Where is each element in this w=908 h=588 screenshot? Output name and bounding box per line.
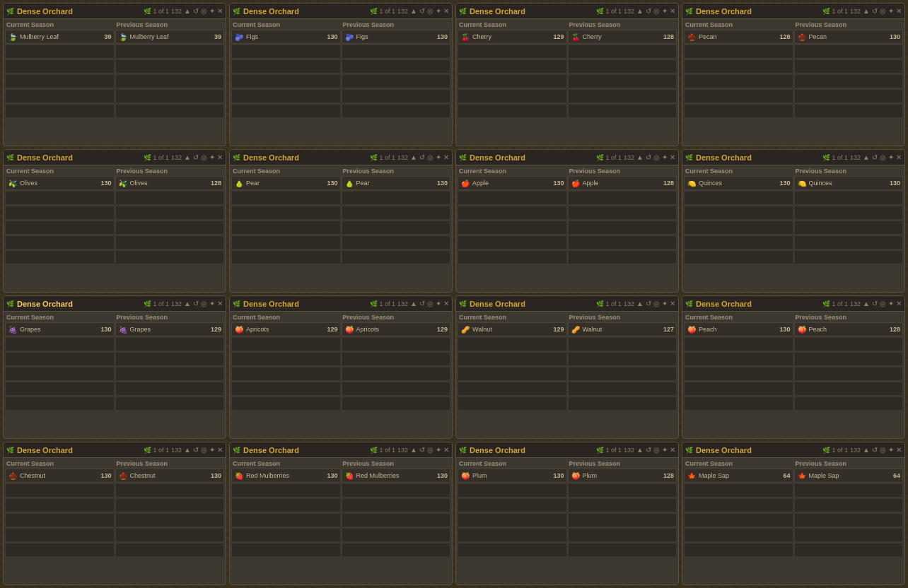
close-btn[interactable]: ✕: [670, 446, 675, 454]
empty-row: [684, 337, 793, 351]
current-item-name: Walnut: [472, 326, 551, 333]
refresh-btn[interactable]: ↺: [193, 7, 199, 15]
eye-btn[interactable]: ◎: [427, 7, 433, 15]
refresh-btn[interactable]: ↺: [419, 446, 425, 454]
close-btn[interactable]: ✕: [217, 7, 223, 15]
empty-row: [684, 513, 793, 527]
refresh-btn[interactable]: ↺: [193, 300, 199, 307]
refresh-btn[interactable]: ↺: [872, 446, 878, 454]
empty-row: [115, 220, 225, 235]
refresh-btn[interactable]: ↺: [646, 300, 651, 307]
stepper-up[interactable]: ▲: [410, 7, 417, 15]
close-btn[interactable]: ✕: [443, 300, 449, 307]
eye-btn[interactable]: ◎: [880, 446, 886, 454]
close-btn[interactable]: ✕: [217, 446, 223, 454]
stepper-up[interactable]: ▲: [636, 300, 644, 307]
refresh-btn[interactable]: ↺: [419, 300, 425, 307]
page-label: 1 of 1: [832, 8, 849, 15]
panel-header: 🌿 Dense Orchard 🌿 1 of 1 132 ▲ ↺ ◎ ✦ ✕: [4, 150, 226, 165]
eye-btn[interactable]: ◎: [201, 153, 207, 161]
pin-btn[interactable]: ✦: [209, 7, 215, 15]
pin-btn[interactable]: ✦: [436, 300, 441, 307]
empty-row: [342, 483, 451, 498]
stepper-up[interactable]: ▲: [184, 446, 191, 454]
close-btn[interactable]: ✕: [896, 446, 902, 454]
pin-btn[interactable]: ✦: [662, 7, 668, 15]
pin-btn[interactable]: ✦: [209, 300, 215, 307]
eye-btn[interactable]: ◎: [653, 300, 660, 307]
stepper-up[interactable]: ▲: [863, 300, 870, 307]
eye-btn[interactable]: ◎: [653, 446, 660, 454]
eye-btn[interactable]: ◎: [880, 153, 886, 161]
empty-row: [794, 528, 904, 542]
empty-row: [342, 104, 451, 118]
page-label: 1 of 1: [832, 447, 849, 454]
empty-row: [458, 528, 567, 542]
empty-row: [115, 528, 225, 542]
close-btn[interactable]: ✕: [896, 153, 902, 161]
refresh-btn[interactable]: ↺: [872, 153, 878, 161]
eye-btn[interactable]: ◎: [427, 446, 433, 454]
refresh-btn[interactable]: ↺: [193, 153, 199, 161]
eye-btn[interactable]: ◎: [427, 300, 433, 307]
pin-btn[interactable]: ✦: [888, 153, 894, 161]
empty-row: [568, 104, 677, 118]
stepper-up[interactable]: ▲: [863, 153, 870, 161]
eye-btn[interactable]: ◎: [201, 446, 207, 454]
stepper-up[interactable]: ▲: [636, 446, 644, 454]
stepper-up[interactable]: ▲: [863, 7, 870, 15]
pin-btn[interactable]: ✦: [209, 446, 215, 454]
pin-btn[interactable]: ✦: [209, 153, 215, 161]
eye-btn[interactable]: ◎: [653, 7, 660, 15]
pin-btn[interactable]: ✦: [436, 153, 441, 161]
pin-btn[interactable]: ✦: [436, 7, 441, 15]
eye-btn[interactable]: ◎: [201, 300, 207, 307]
refresh-btn[interactable]: ↺: [419, 7, 425, 15]
close-btn[interactable]: ✕: [443, 153, 449, 161]
empty-row: [684, 45, 793, 59]
refresh-btn[interactable]: ↺: [872, 7, 878, 15]
close-btn[interactable]: ✕: [443, 446, 449, 454]
panel-title: Dense Orchard: [17, 446, 73, 454]
close-btn[interactable]: ✕: [896, 7, 902, 15]
close-btn[interactable]: ✕: [443, 7, 449, 15]
pin-btn[interactable]: ✦: [888, 7, 894, 15]
pin-btn[interactable]: ✦: [888, 446, 894, 454]
refresh-btn[interactable]: ↺: [872, 300, 878, 307]
refresh-btn[interactable]: ↺: [193, 446, 199, 454]
previous-item-count: 130: [437, 33, 448, 40]
stepper-up[interactable]: ▲: [636, 153, 644, 161]
stepper-up[interactable]: ▲: [863, 446, 870, 454]
stepper-up[interactable]: ▲: [410, 446, 417, 454]
close-btn[interactable]: ✕: [670, 7, 675, 15]
eye-btn[interactable]: ◎: [427, 153, 433, 161]
pin-btn[interactable]: ✦: [662, 446, 668, 454]
refresh-btn[interactable]: ↺: [646, 446, 651, 454]
panel-body: Current Season 🫒 Olives 130 Previous Sea…: [4, 165, 226, 292]
eye-btn[interactable]: ◎: [880, 300, 886, 307]
eye-btn[interactable]: ◎: [201, 7, 207, 15]
stepper-up[interactable]: ▲: [410, 153, 417, 161]
pin-btn[interactable]: ✦: [436, 446, 441, 454]
eye-btn[interactable]: ◎: [653, 153, 660, 161]
stepper-up[interactable]: ▲: [184, 7, 191, 15]
pin-btn[interactable]: ✦: [888, 300, 894, 307]
stepper-up[interactable]: ▲: [636, 7, 644, 15]
refresh-btn[interactable]: ↺: [646, 153, 651, 161]
empty-row: [231, 235, 341, 249]
refresh-btn[interactable]: ↺: [646, 7, 651, 15]
stepper-up[interactable]: ▲: [184, 300, 191, 307]
close-btn[interactable]: ✕: [217, 300, 223, 307]
close-btn[interactable]: ✕: [217, 153, 223, 161]
close-btn[interactable]: ✕: [670, 300, 675, 307]
stepper-up[interactable]: ▲: [184, 153, 191, 161]
empty-row: [342, 396, 451, 411]
pin-btn[interactable]: ✦: [662, 300, 668, 307]
refresh-btn[interactable]: ↺: [419, 153, 425, 161]
close-btn[interactable]: ✕: [670, 153, 675, 161]
eye-btn[interactable]: ◎: [880, 7, 886, 15]
close-btn[interactable]: ✕: [896, 300, 902, 307]
previous-season-label: Previous Season: [568, 313, 677, 322]
stepper-up[interactable]: ▲: [410, 300, 417, 307]
pin-btn[interactable]: ✦: [662, 153, 668, 161]
